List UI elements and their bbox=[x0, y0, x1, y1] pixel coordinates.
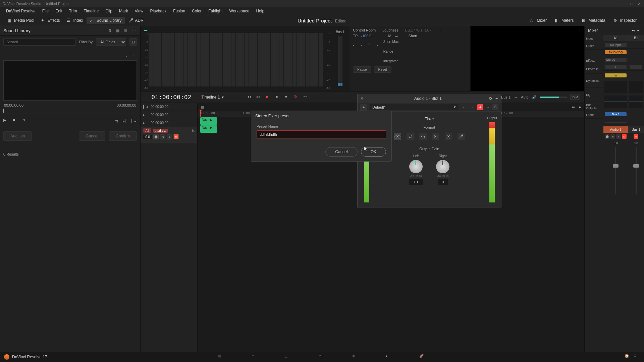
solo-button[interactable]: S bbox=[167, 134, 172, 139]
loop-icon[interactable]: ↻ bbox=[294, 95, 300, 100]
mute-button[interactable]: M bbox=[173, 134, 179, 139]
timeline-selector[interactable]: Timeline 1 ▾ bbox=[198, 95, 227, 100]
maximize-icon[interactable]: □ bbox=[629, 1, 634, 6]
order-select[interactable]: FX DY EQ bbox=[605, 50, 627, 54]
arm-button[interactable]: ⬤ bbox=[153, 134, 159, 139]
audio-clip-r[interactable]: fdas - R bbox=[200, 125, 217, 133]
input-select[interactable]: No Input bbox=[605, 43, 627, 47]
effects-add[interactable]: + bbox=[605, 65, 627, 69]
metadata-button[interactable]: ⊞Metadata bbox=[579, 17, 609, 24]
menu-davinci[interactable]: DaVinci Resolve bbox=[3, 8, 39, 14]
effects-in-toggle[interactable]: In bbox=[605, 73, 627, 77]
confirm-button[interactable]: Confirm bbox=[109, 131, 137, 141]
cancel-button[interactable]: Cancel bbox=[79, 131, 105, 141]
search-input[interactable] bbox=[3, 38, 76, 46]
mixer-expand-icon[interactable]: ⇔ bbox=[632, 28, 635, 33]
menu-trim[interactable]: Trim bbox=[66, 8, 80, 14]
menu-file[interactable]: File bbox=[39, 8, 52, 14]
speaker-icon[interactable]: 🔊 bbox=[532, 95, 537, 99]
plugin-refresh-icon[interactable]: ⟳ bbox=[489, 96, 492, 101]
plugin-close-icon[interactable]: ✕ bbox=[360, 96, 364, 101]
plugin-add-icon[interactable]: + bbox=[360, 104, 367, 111]
menu-color[interactable]: Color bbox=[189, 8, 205, 14]
format-swap-icon[interactable]: ⇄ bbox=[407, 133, 414, 140]
audition-button[interactable]: Audition bbox=[3, 131, 32, 141]
zoom-tool-icon[interactable]: ⇔ bbox=[572, 105, 575, 109]
minimize-icon[interactable]: — bbox=[622, 1, 627, 6]
mute-btn[interactable]: M bbox=[622, 134, 627, 139]
prev-icon[interactable]: ‹ bbox=[123, 53, 129, 59]
group-select[interactable] bbox=[605, 122, 627, 123]
audio-clip-l[interactable]: fdas - L bbox=[200, 117, 217, 125]
pause-button[interactable]: Pause bbox=[353, 66, 371, 73]
dim-button[interactable]: DIM bbox=[570, 95, 581, 100]
close-icon[interactable]: ✕ bbox=[637, 1, 641, 6]
index-button[interactable]: ☰Index bbox=[63, 17, 87, 24]
skip-prev-icon[interactable]: ▎◂ bbox=[131, 118, 137, 124]
fader-a1[interactable]: 0.0 bbox=[603, 140, 628, 197]
plugin-options-icon[interactable]: ⋯ bbox=[494, 96, 498, 101]
preset-name-input[interactable] bbox=[257, 130, 386, 138]
dynamics-graph-b1[interactable] bbox=[629, 81, 643, 93]
loop-icon[interactable]: ↻ bbox=[22, 118, 28, 124]
menu-workspace[interactable]: Workspace bbox=[226, 8, 253, 14]
reset-button[interactable]: Reset bbox=[374, 66, 391, 73]
media-page-icon[interactable]: ▦ bbox=[218, 354, 225, 360]
menu-clip[interactable]: Clip bbox=[102, 8, 116, 14]
grid-view-icon[interactable]: ▦ bbox=[115, 28, 121, 34]
cut-page-icon[interactable]: ✂ bbox=[252, 354, 258, 360]
mute-btn-b1[interactable]: M bbox=[634, 134, 638, 139]
effects-button[interactable]: ✦Effects bbox=[38, 17, 63, 24]
rewind-icon[interactable]: ◂◂ bbox=[247, 95, 253, 100]
play-icon[interactable]: ▶ bbox=[3, 118, 9, 124]
right-gain-knob[interactable] bbox=[436, 160, 449, 173]
preset-next-icon[interactable]: › bbox=[469, 105, 475, 109]
eq-graph-b1[interactable] bbox=[629, 96, 643, 108]
format-left-icon[interactable]: (•) bbox=[432, 133, 439, 140]
dynamics-graph[interactable] bbox=[604, 81, 627, 93]
scrub-bar[interactable] bbox=[3, 109, 137, 114]
dialog-cancel-button[interactable]: Cancel bbox=[325, 147, 357, 157]
volume-slider[interactable] bbox=[540, 97, 567, 98]
format-right-icon[interactable]: (•) bbox=[445, 133, 452, 140]
preset-dropdown[interactable]: Default*▾ bbox=[370, 104, 459, 110]
video-track-icon[interactable]: ▦ bbox=[201, 105, 204, 109]
goto-start-icon[interactable]: ▎◂ bbox=[143, 105, 147, 109]
forward-icon[interactable]: ▸▸ bbox=[257, 95, 262, 100]
bus-indicator[interactable]: Bus 1 bbox=[501, 95, 511, 99]
home-icon[interactable]: 🏠 bbox=[625, 354, 631, 360]
record-button[interactable]: R bbox=[160, 134, 165, 139]
next-icon[interactable]: › bbox=[131, 53, 137, 59]
track-badge-a1[interactable]: A1 bbox=[143, 128, 151, 133]
track-gain[interactable]: 0.0 bbox=[143, 135, 152, 139]
b-button[interactable]: B bbox=[492, 104, 498, 110]
solo-btn[interactable]: S bbox=[616, 134, 621, 139]
filter-options-button[interactable]: ⊟ bbox=[129, 38, 137, 46]
color-page-icon[interactable]: ◉ bbox=[352, 354, 359, 360]
expand-icon[interactable]: ⛶ bbox=[579, 27, 583, 32]
format-stereo-icon[interactable]: ((•)) bbox=[394, 133, 401, 140]
sort-icon[interactable]: ⇅ bbox=[107, 28, 113, 34]
preset-prev-icon[interactable]: ‹ bbox=[461, 105, 467, 109]
playhead[interactable] bbox=[200, 111, 201, 117]
menu-edit[interactable]: Edit bbox=[52, 8, 66, 14]
bus-output-select[interactable]: Bus 1 bbox=[605, 112, 627, 116]
media-pool-button[interactable]: ▦Media Pool bbox=[4, 17, 38, 24]
settings-icon[interactable]: ⚙ bbox=[633, 354, 640, 360]
format-mic-icon[interactable]: 🎤 bbox=[458, 133, 465, 140]
left-gain-value[interactable]: 7.1 bbox=[409, 179, 422, 185]
menu-fairlight[interactable]: Fairlight bbox=[205, 8, 226, 14]
list-view-icon[interactable]: ☰ bbox=[123, 28, 129, 34]
rec-btn[interactable]: R bbox=[610, 134, 615, 139]
edit-page-icon[interactable]: ⎯ bbox=[285, 354, 292, 360]
fader-b1[interactable]: 0.0 bbox=[628, 140, 644, 197]
deliver-page-icon[interactable]: 🚀 bbox=[419, 354, 426, 360]
ctrl-room-options-icon[interactable]: ⋯ bbox=[437, 28, 441, 33]
play-icon[interactable]: ▶ bbox=[266, 95, 271, 100]
fairlight-page-icon[interactable]: ♪ bbox=[386, 354, 392, 360]
menu-view[interactable]: View bbox=[131, 8, 147, 14]
mixer-options-icon[interactable]: ⋯ bbox=[637, 28, 641, 33]
a-button[interactable]: A bbox=[477, 104, 483, 110]
menu-help[interactable]: Help bbox=[253, 8, 268, 14]
record-icon[interactable]: ● bbox=[285, 95, 290, 100]
